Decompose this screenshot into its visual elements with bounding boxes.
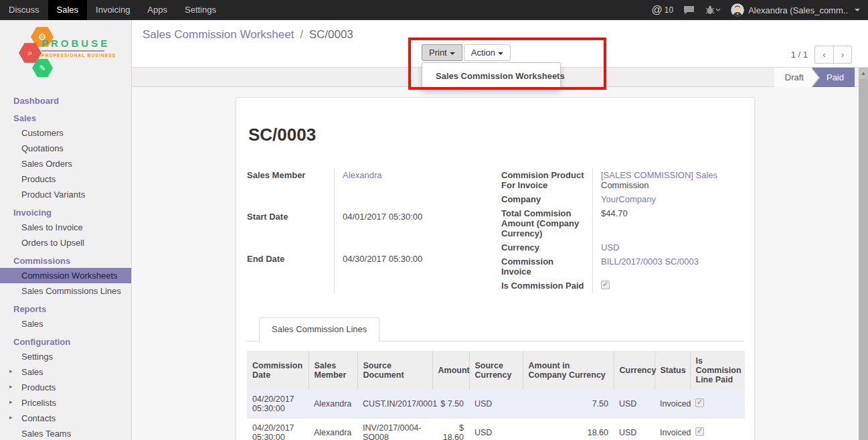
sidebar-item-config-contacts[interactable]: ▸Contacts	[0, 411, 131, 426]
at-icon: @	[652, 4, 663, 16]
topmenu-sales[interactable]: Sales	[48, 0, 88, 20]
sidebar-item-quotations[interactable]: Quotations	[0, 141, 131, 156]
is-commission-paid-checkbox[interactable]	[601, 281, 610, 289]
commission-invoice-label: Commission Invoice	[501, 254, 592, 279]
sidebar-item-settings[interactable]: Settings	[0, 349, 131, 364]
sales-member-label: Sales Member	[247, 168, 334, 210]
record-title: SC/0003	[248, 125, 744, 145]
user-avatar	[731, 3, 744, 17]
brand-tagline: PROFESSIONAL BUSINESS	[41, 53, 116, 58]
topmenu-settings[interactable]: Settings	[176, 0, 225, 20]
topmenu-invoicing[interactable]: Invoicing	[87, 0, 139, 20]
sidebar-item-customers[interactable]: Customers	[0, 125, 131, 141]
header-status[interactable]: Status	[655, 351, 690, 390]
main-content: Sales Commission Worksheet / SC/0003 Pri…	[132, 20, 868, 440]
line-paid-checkbox[interactable]	[695, 398, 704, 407]
commission-product-link[interactable]: [SALES COMMISSION] Sales	[601, 170, 717, 180]
scrollbar-thumb[interactable]	[859, 79, 868, 440]
status-draft[interactable]: Draft	[774, 68, 812, 87]
table-row[interactable]: 04/20/2017 05:30:00 Alexandra CUST.IN/20…	[247, 390, 745, 419]
sidebar-section-sales[interactable]: Sales	[0, 111, 131, 125]
pager-count: 1 / 1	[791, 50, 808, 60]
currency-value[interactable]: USD	[601, 242, 619, 252]
sidebar-item-commission-worksheets[interactable]: Commission Worksheets	[0, 268, 131, 283]
brand-logo: ⚙ ⌕ ✎ PROBUSE PROFESSIONAL BUSINESS	[0, 20, 131, 79]
sidebar-section-reports[interactable]: Reports	[0, 302, 131, 316]
notebook: Sales Commission Lines Commission Date S…	[247, 317, 744, 440]
caret-down-icon	[498, 52, 503, 55]
header-amount[interactable]: Amount	[432, 351, 469, 390]
record-sheet: SC/0003 Sales Member Alexandra Start Dat…	[236, 97, 755, 440]
user-menu[interactable]: Alexandra (Sales_comm..	[731, 3, 860, 17]
company-label: Company	[501, 192, 592, 206]
print-dropdown-menu: Sales Commission Worksheets	[422, 62, 561, 90]
sidebar-section-commissions[interactable]: Commissions	[0, 254, 131, 268]
vertical-scrollbar[interactable]: ▲	[859, 68, 868, 440]
currency-label: Currency	[501, 240, 592, 254]
sidebar-item-config-sales[interactable]: ▸Sales	[0, 364, 131, 380]
line-paid-checkbox[interactable]	[695, 427, 704, 436]
start-date-label: Start Date	[247, 210, 334, 251]
field-group-left: Sales Member Alexandra Start Date 04/01/…	[247, 168, 461, 293]
start-date-value: 04/01/2017 05:30:00	[334, 210, 461, 251]
topmenu-discuss[interactable]: Discuss	[0, 0, 48, 20]
field-group-right: Commision Product For Invoice [SALES COM…	[501, 168, 744, 293]
submenu-arrow-icon: ▸	[9, 368, 13, 374]
submenu-arrow-icon: ▸	[9, 398, 13, 405]
sidebar-item-reports-sales[interactable]: Sales	[0, 316, 131, 332]
header-is-commission-line-paid[interactable]: Is Commision Line Paid	[690, 351, 745, 390]
sidebar-section-configuration[interactable]: Configuration	[0, 335, 131, 349]
header-commission-date[interactable]: Commission Date	[247, 351, 309, 390]
user-name: Alexandra (Sales_comm..	[748, 5, 848, 15]
tab-sales-commission-lines[interactable]: Sales Commission Lines	[259, 317, 379, 342]
sidebar-item-sales-orders[interactable]: Sales Orders	[0, 156, 131, 171]
pager-next-button[interactable]: ›	[833, 46, 852, 64]
sidebar-item-sales-teams[interactable]: Sales Teams	[0, 426, 131, 440]
menu-item-sales-commission-worksheets[interactable]: Sales Commission Worksheets	[422, 68, 560, 84]
breadcrumb-current: SC/0003	[309, 28, 353, 41]
header-sales-member[interactable]: Sales Member	[309, 351, 357, 390]
total-commission-value: $44.70	[592, 206, 744, 240]
top-navbar: Discuss Sales Invoicing Apps Settings @ …	[0, 0, 868, 20]
sidebar-item-products[interactable]: Products	[0, 171, 131, 187]
scroll-up-arrow-icon[interactable]: ▲	[859, 68, 868, 79]
sidebar-section-invoicing[interactable]: Invoicing	[0, 206, 131, 220]
sidebar-item-sales-to-invoice[interactable]: Sales to Invoice	[0, 220, 131, 235]
breadcrumb: Sales Commission Worksheet / SC/0003	[143, 28, 353, 42]
messages-icon[interactable]	[683, 5, 695, 15]
submenu-arrow-icon: ▸	[9, 383, 13, 390]
breadcrumb-parent-link[interactable]: Sales Commission Worksheet	[143, 28, 294, 41]
sidebar-item-config-products[interactable]: ▸Products	[0, 380, 131, 395]
mentions-counter[interactable]: @ 10	[652, 4, 674, 16]
topmenu-apps[interactable]: Apps	[139, 0, 176, 20]
print-button[interactable]: Print	[422, 44, 462, 61]
pager-previous-button[interactable]: ‹	[814, 46, 833, 64]
breadcrumb-separator: /	[297, 28, 306, 41]
commission-product-label: Commision Product For Invoice	[501, 168, 592, 192]
end-date-value: 04/30/2017 05:30:00	[334, 252, 461, 293]
header-source-document[interactable]: Source Document	[357, 351, 432, 390]
submenu-arrow-icon: ▸	[9, 414, 13, 421]
end-date-label: End Date	[247, 252, 334, 293]
caret-down-icon	[450, 52, 455, 55]
company-value[interactable]: YourCompany	[601, 194, 656, 204]
sidebar-item-product-variants[interactable]: Product Variants	[0, 187, 131, 202]
header-amount-company-currency[interactable]: Amount in Company Currency	[523, 351, 614, 390]
sidebar-item-config-pricelists[interactable]: ▸Pricelists	[0, 395, 131, 411]
sales-member-value[interactable]: Alexandra	[343, 170, 382, 180]
sidebar-menu: Dashboard Sales Customers Quotations Sal…	[0, 94, 131, 440]
debug-bug-icon[interactable]	[705, 5, 721, 15]
control-panel: Sales Commission Worksheet / SC/0003 Pri…	[132, 20, 868, 68]
pager: 1 / 1 ‹ ›	[791, 46, 852, 64]
commission-lines-table: Commission Date Sales Member Source Docu…	[247, 351, 745, 440]
mentions-count: 10	[665, 5, 673, 15]
sidebar-item-dashboard[interactable]: Dashboard	[0, 94, 131, 108]
table-row[interactable]: 04/20/2017 05:30:00 Alexandra INV/2017/0…	[247, 419, 745, 440]
header-source-currency[interactable]: Source Currency	[469, 351, 523, 390]
action-button[interactable]: Action	[464, 44, 511, 61]
commission-invoice-value[interactable]: BILL/2017/0003 SC/0003	[601, 256, 699, 267]
brand-name: PROBUSE	[41, 38, 116, 49]
sidebar-item-orders-to-upsell[interactable]: Orders to Upsell	[0, 235, 131, 250]
header-currency[interactable]: Currency	[614, 351, 655, 390]
sidebar-item-sales-commissions-lines[interactable]: Sales Commissions Lines	[0, 283, 131, 299]
